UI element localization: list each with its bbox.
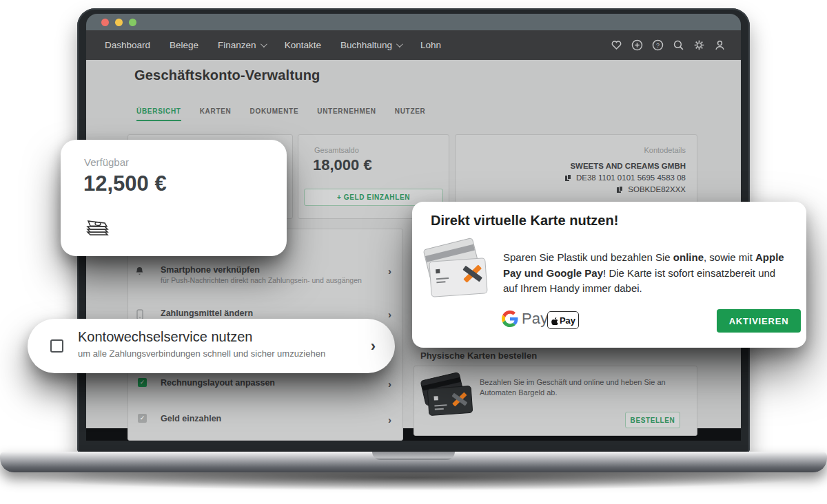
physical-cards-body: Bezahlen Sie im Geschäft und online und … [480, 377, 673, 398]
tab-nutzer[interactable]: NUTZER [395, 107, 426, 121]
window-titlebar [86, 14, 741, 30]
laptop-base-notch [372, 452, 455, 460]
heart-icon[interactable] [611, 39, 622, 51]
chevron-down-icon [261, 41, 267, 48]
checkbox-checked-icon[interactable]: ✓ [138, 414, 147, 423]
physical-cards-title: Physische Karten bestellen [420, 350, 537, 361]
close-window-button[interactable] [101, 19, 109, 26]
nav-item-dashboard[interactable]: Dashboard [105, 40, 150, 50]
tab-dokumente[interactable]: DOKUMENTE [250, 107, 299, 121]
iban-row: DE38 1101 0101 5695 4583 08 [456, 174, 686, 182]
nav-item-kontakte[interactable]: Kontakte [285, 40, 321, 50]
apple-icon [551, 316, 558, 325]
bank-x-logo [462, 264, 482, 283]
popup-title: Direkt virtuelle Karte nutzen! [431, 213, 618, 229]
nav-item-buchhaltung[interactable]: Buchhaltung [340, 40, 401, 50]
apple-pay-badge: Pay [547, 311, 579, 329]
search-icon[interactable] [673, 39, 684, 51]
nav-items: Dashboard Belege Finanzen Kontakte Buchh… [105, 40, 441, 50]
copy-icon[interactable] [565, 174, 572, 182]
chevron-right-icon: › [388, 414, 391, 425]
google-g-icon [502, 311, 518, 327]
copy-icon[interactable] [617, 186, 624, 193]
switch-service-subtitle: um alle Zahlungsverbindungen schnell und… [78, 348, 325, 359]
total-balance-label: Gesamtsaldo [314, 146, 359, 154]
bell-icon [134, 266, 145, 276]
maximize-window-button[interactable] [129, 19, 136, 26]
google-pay-logo: Pay [502, 310, 549, 328]
popup-body-text: Sparen Sie Plastik und bezahlen Sie onli… [503, 250, 793, 297]
switch-service-title: Kontowechselservice nutzen [78, 329, 252, 345]
top-navbar: Dashboard Belege Finanzen Kontakte Buchh… [86, 30, 741, 60]
laptop-shadow [28, 472, 799, 490]
bank-x-logo [451, 392, 467, 406]
virtual-card-popup: Direkt virtuelle Karte nutzen! Sparen Si… [412, 202, 806, 348]
svg-text:?: ? [656, 42, 660, 49]
chevron-right-icon: › [388, 379, 391, 389]
available-balance-card: Verfügbar 12,500 € [61, 140, 287, 256]
stage: Dashboard Belege Finanzen Kontakte Buchh… [0, 0, 827, 504]
nav-item-lohn[interactable]: Lohn [420, 40, 441, 50]
laptop-base [0, 452, 827, 472]
bic-row: SOBKDE82XXX [456, 185, 686, 193]
chevron-down-icon [396, 41, 403, 48]
gear-icon[interactable] [693, 39, 705, 51]
total-balance-amount: 18,000 € [313, 156, 372, 174]
order-cards-button[interactable]: BESTELLEN [625, 412, 680, 428]
banknotes-icon [84, 218, 110, 238]
tab-unternehmen[interactable]: UNTERNEHMEN [317, 107, 376, 121]
chevron-right-icon: › [388, 309, 391, 319]
account-details-label: Kontodetails [456, 146, 686, 154]
page-title: Geschäftskonto-Verwaltung [134, 67, 320, 83]
bic-value: SOBKDE82XXX [628, 185, 686, 193]
minimize-window-button[interactable] [115, 19, 123, 26]
activate-button[interactable]: AKTIVIEREN [717, 309, 801, 333]
nav-icon-group: ? [611, 39, 726, 51]
help-icon[interactable]: ? [652, 39, 664, 51]
available-label: Verfügbar [84, 156, 129, 168]
tab-karten[interactable]: KARTEN [200, 107, 232, 121]
tab-bar: ÜBERSICHT KARTEN DOKUMENTE UNTERNEHMEN N… [136, 107, 426, 121]
user-icon[interactable] [714, 39, 726, 51]
physical-cards-panel: Bezahlen Sie im Geschäft und online und … [414, 366, 697, 436]
plus-circle-icon[interactable] [631, 39, 643, 51]
dark-cards-illustration [421, 375, 473, 416]
company-name: SWEETS AND CREAMS GMBH [456, 162, 686, 170]
checkbox-unchecked[interactable] [50, 339, 63, 353]
nav-item-finanzen[interactable]: Finanzen [218, 40, 265, 50]
account-switch-card[interactable]: Kontowechselservice nutzen um alle Zahlu… [28, 319, 395, 373]
chevron-right-icon[interactable]: › [371, 337, 376, 355]
light-cards-illustration [420, 242, 489, 305]
iban-value: DE38 1101 0101 5695 4583 08 [576, 174, 686, 182]
available-amount: 12,500 € [83, 171, 167, 196]
checkbox-checked-icon[interactable]: ✓ [138, 378, 147, 387]
nav-item-belege[interactable]: Belege [170, 40, 198, 50]
tab-uebersicht[interactable]: ÜBERSICHT [136, 107, 181, 121]
chevron-right-icon: › [388, 266, 391, 276]
